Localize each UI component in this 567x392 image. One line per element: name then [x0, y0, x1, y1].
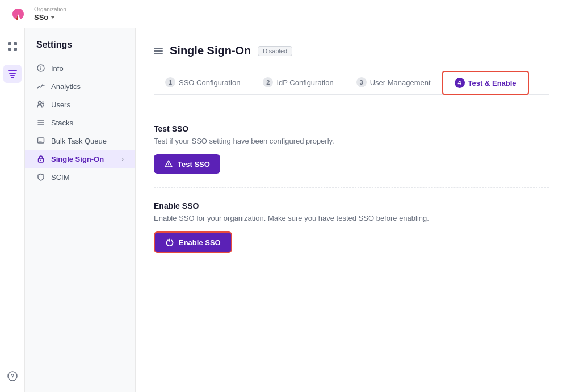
info-icon — [36, 64, 45, 73]
sidebar-item-users-label: Users — [51, 100, 70, 109]
enable-sso-section: Enable SSO Enable SSO for your organizat… — [154, 188, 549, 267]
users-icon — [36, 100, 45, 109]
org-selector[interactable]: Organization SSo — [34, 6, 66, 22]
test-sso-title: Test SSO — [154, 124, 549, 133]
tab-idp-config-number: 2 — [263, 77, 273, 87]
sidebar-item-stacks[interactable]: Stacks — [25, 113, 135, 132]
svg-rect-1 — [14, 42, 17, 45]
analytics-icon — [36, 82, 45, 91]
tabs-container: 1 SSO Configuration 2 IdP Configuration … — [154, 71, 549, 95]
shield-icon — [36, 172, 45, 182]
svg-rect-2 — [8, 48, 11, 51]
tab-test-enable[interactable]: 4 Test & Enable — [442, 71, 529, 95]
enable-sso-desc: Enable SSO for your organization. Make s… — [154, 214, 549, 222]
stacks-icon — [36, 118, 45, 127]
enable-sso-button[interactable]: Enable SSO — [154, 231, 232, 253]
enable-sso-title: Enable SSO — [154, 201, 549, 210]
tab-idp-config-label: IdP Configuration — [276, 78, 333, 87]
sidebar-item-analytics[interactable]: Analytics — [25, 77, 135, 95]
content-area: Single Sign-On Disabled 1 SSO Configurat… — [136, 28, 567, 392]
main-layout: ? Settings Info An — [0, 28, 567, 392]
svg-point-13 — [39, 102, 41, 104]
tab-sso-configuration[interactable]: 1 SSO Configuration — [154, 71, 251, 95]
sidebar-item-info[interactable]: Info — [25, 59, 135, 77]
svg-point-24 — [168, 166, 169, 166]
settings-title: Settings — [25, 40, 135, 59]
page-header: Single Sign-On Disabled — [154, 44, 549, 57]
test-sso-button[interactable]: Test SSO — [154, 154, 220, 174]
svg-rect-3 — [14, 48, 17, 51]
disabled-badge: Disabled — [258, 46, 292, 56]
test-sso-section: Test SSO Test if your SSO setting have b… — [154, 111, 549, 188]
icon-sidebar: ? — [0, 28, 25, 392]
tab-test-enable-number: 4 — [455, 78, 465, 88]
sidebar-item-single-sign-on[interactable]: Single Sign-On › — [25, 150, 135, 168]
org-label: Organization — [34, 6, 66, 13]
nav-sidebar: Settings Info Analytics — [25, 28, 136, 392]
tab-idp-configuration[interactable]: 2 IdP Configuration — [251, 71, 345, 95]
app-logo — [9, 5, 27, 23]
bulk-task-icon — [36, 136, 45, 145]
svg-text:?: ? — [10, 373, 14, 380]
lock-icon — [36, 154, 45, 163]
filter-nav-icon[interactable] — [3, 65, 22, 83]
tab-user-management[interactable]: 3 User Management — [345, 71, 442, 95]
tab-user-mgmt-number: 3 — [356, 77, 367, 87]
page-title: Single Sign-On — [170, 44, 251, 57]
svg-point-14 — [42, 102, 44, 104]
help-nav-icon[interactable]: ? — [3, 367, 22, 385]
sidebar-item-analytics-label: Analytics — [51, 82, 81, 91]
sidebar-item-scim-label: SCIM — [51, 173, 70, 182]
topbar: Organization SSo — [0, 0, 567, 28]
chevron-right-icon: › — [122, 156, 124, 162]
tab-test-enable-label: Test & Enable — [468, 79, 516, 87]
org-name: SSo — [34, 13, 66, 22]
svg-point-12 — [40, 66, 41, 67]
sidebar-item-scim[interactable]: SCIM — [25, 168, 135, 186]
sidebar-item-bulk-task-queue[interactable]: Bulk Task Queue — [25, 132, 135, 150]
power-icon — [165, 238, 174, 247]
sidebar-item-sso-label: Single Sign-On — [51, 155, 104, 163]
tab-sso-config-number: 1 — [165, 77, 175, 87]
sidebar-item-users[interactable]: Users — [25, 95, 135, 113]
chevron-down-icon — [51, 16, 55, 19]
hamburger-icon[interactable] — [154, 48, 163, 54]
tab-sso-config-label: SSO Configuration — [179, 78, 240, 87]
sidebar-item-info-label: Info — [51, 64, 64, 73]
svg-point-22 — [40, 160, 41, 161]
grid-nav-icon[interactable] — [3, 37, 22, 56]
sidebar-item-bulk-task-label: Bulk Task Queue — [51, 137, 107, 145]
enable-sso-button-label: Enable SSO — [179, 238, 221, 247]
sidebar-item-stacks-label: Stacks — [51, 119, 73, 127]
svg-rect-0 — [8, 42, 11, 45]
warning-icon — [164, 159, 173, 168]
svg-rect-18 — [38, 138, 44, 143]
question-icon[interactable]: ? — [3, 367, 22, 385]
test-sso-desc: Test if your SSO setting have been confi… — [154, 137, 549, 145]
test-sso-button-label: Test SSO — [178, 160, 210, 168]
tab-user-mgmt-label: User Management — [370, 78, 431, 87]
